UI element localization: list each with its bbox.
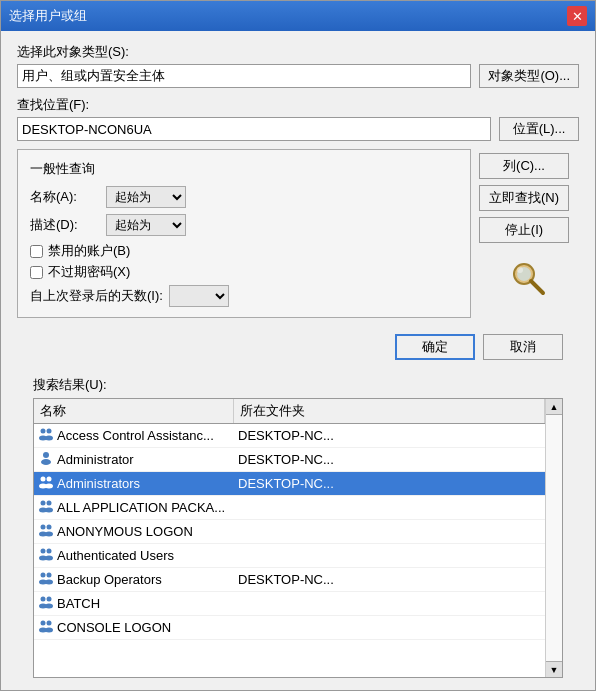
row-folder [234,626,545,630]
stop-button[interactable]: 停止(I) [479,217,569,243]
svg-point-18 [41,525,46,530]
noexpire-label[interactable]: 不过期密码(X) [48,263,130,281]
object-type-group: 选择此对象类型(S): 对象类型(O)... [17,43,579,88]
row-name: ALL APPLICATION PACKA... [57,500,225,515]
svg-point-19 [47,525,52,530]
svg-point-10 [41,477,46,482]
row-name: ANONYMOUS LOGON [57,524,193,539]
dialog-title: 选择用户或组 [9,7,87,25]
table-row[interactable]: ANONYMOUS LOGON [34,520,545,544]
location-input[interactable] [17,117,491,141]
table-row[interactable]: Administrator DESKTOP-NC... [34,448,545,472]
name-select[interactable]: 起始为 [106,186,186,208]
location-group: 查找位置(F): 位置(L)... [17,96,579,141]
svg-point-9 [41,459,51,465]
location-label: 查找位置(F): [17,96,579,114]
location-row: 位置(L)... [17,117,579,141]
row-name: BATCH [57,596,100,611]
svg-point-3 [517,267,523,273]
row-icon [38,426,54,445]
row-icon [38,522,54,541]
scroll-up[interactable]: ▲ [546,399,562,415]
row-name: Authenticated Users [57,548,174,563]
svg-point-17 [45,508,53,513]
results-label: 搜索结果(U): [33,376,563,394]
svg-point-33 [45,604,53,609]
svg-point-13 [45,484,53,489]
row-name: Access Control Assistanc... [57,428,214,443]
results-section: 搜索结果(U): 名称 所在文件夹 Access Control Assista… [17,376,579,678]
svg-point-14 [41,501,46,506]
svg-point-23 [47,549,52,554]
row-name: Administrator [57,452,134,467]
days-select[interactable] [169,285,229,307]
svg-point-29 [45,580,53,585]
row-folder [234,554,545,558]
title-bar: 选择用户或组 ✕ [1,1,595,31]
row-icon [38,618,54,637]
row-folder [234,506,545,510]
svg-point-25 [45,556,53,561]
row-icon [38,594,54,613]
svg-point-11 [47,477,52,482]
noexpire-checkbox[interactable] [30,266,43,279]
bottom-buttons: 确定 取消 [17,326,579,368]
object-type-button[interactable]: 对象类型(O)... [479,64,579,88]
search-icon-container [479,257,579,301]
svg-point-31 [47,597,52,602]
disabled-checkbox-row: 禁用的账户(B) [30,242,458,260]
location-button[interactable]: 位置(L)... [499,117,579,141]
col-button[interactable]: 列(C)... [479,153,569,179]
desc-label: 描述(D): [30,216,100,234]
row-folder [234,602,545,606]
object-type-input[interactable] [17,64,471,88]
days-label: 自上次登录后的天数(I): [30,287,163,305]
row-name: CONSOLE LOGON [57,620,171,635]
svg-point-26 [41,573,46,578]
table-row[interactable]: BATCH [34,592,545,616]
table-row[interactable]: Access Control Assistanc... DESKTOP-NC..… [34,424,545,448]
days-row: 自上次登录后的天数(I): [30,285,458,307]
row-folder [234,530,545,534]
scrollbar[interactable]: ▲ ▼ [545,399,562,677]
name-label: 名称(A): [30,188,100,206]
svg-line-2 [531,281,543,293]
right-buttons: 列(C)... 立即查找(N) 停止(I) [479,149,579,318]
results-container: 名称 所在文件夹 Access Control Assistanc... DES… [33,398,563,678]
name-query-row: 名称(A): 起始为 [30,186,458,208]
scroll-down[interactable]: ▼ [546,661,562,677]
svg-point-30 [41,597,46,602]
row-folder: DESKTOP-NC... [234,474,545,493]
row-icon [38,546,54,565]
general-query-box: 一般性查询 名称(A): 起始为 描述(D): 起始为 [17,149,471,318]
disabled-label[interactable]: 禁用的账户(B) [48,242,130,260]
disabled-checkbox[interactable] [30,245,43,258]
magnifier-icon [507,257,551,301]
desc-query-row: 描述(D): 起始为 [30,214,458,236]
table-row[interactable]: Administrators DESKTOP-NC... [34,472,545,496]
row-icon [38,474,54,493]
svg-point-8 [43,452,49,458]
svg-point-4 [41,429,46,434]
close-button[interactable]: ✕ [567,6,587,26]
row-name: Backup Operators [57,572,162,587]
row-icon [38,498,54,517]
ok-button[interactable]: 确定 [395,334,475,360]
table-row[interactable]: CONSOLE LOGON [34,616,545,640]
row-name: Administrators [57,476,140,491]
row-folder: DESKTOP-NC... [234,426,545,445]
cancel-button[interactable]: 取消 [483,334,563,360]
svg-point-35 [47,621,52,626]
svg-point-27 [47,573,52,578]
find-button[interactable]: 立即查找(N) [479,185,569,211]
noexpire-checkbox-row: 不过期密码(X) [30,263,458,281]
results-list[interactable]: 名称 所在文件夹 Access Control Assistanc... DES… [34,399,545,677]
general-query-title: 一般性查询 [30,160,458,178]
row-folder: DESKTOP-NC... [234,450,545,469]
table-row[interactable]: Backup Operators DESKTOP-NC... [34,568,545,592]
row-icon [38,570,54,589]
desc-select[interactable]: 起始为 [106,214,186,236]
table-row[interactable]: ALL APPLICATION PACKA... [34,496,545,520]
svg-point-21 [45,532,53,537]
table-row[interactable]: Authenticated Users [34,544,545,568]
